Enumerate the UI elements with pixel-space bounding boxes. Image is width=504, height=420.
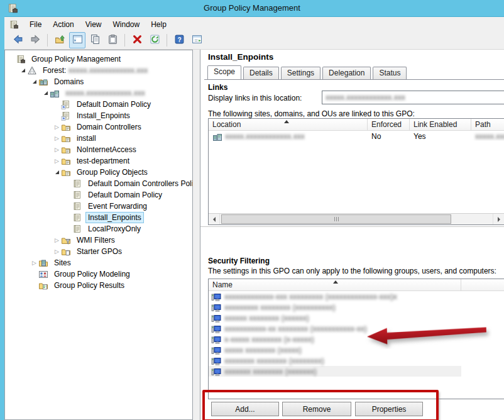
tree-item: Group Policy Objects: [5, 167, 192, 178]
tree-expander-icon[interactable]: ▷: [53, 124, 61, 130]
security-filtering-heading: Security Filtering: [208, 257, 270, 265]
toolbar-back-button[interactable]: [9, 32, 26, 48]
pane-splitter[interactable]: [194, 50, 200, 420]
security-filtering-row[interactable]: xxxxxxxxx xxxxxxxx (xxxxxxxxxx): [209, 302, 504, 312]
tree-expander-icon[interactable]: ▷: [53, 158, 61, 164]
tree-item-label[interactable]: install: [74, 133, 99, 144]
security-principal-name: xxxxxxxxx xxxxxxxx (xxxxxxxxxx): [224, 303, 336, 312]
display-links-value: xxxxx.xxxxxxxxxxxx.xxx: [326, 93, 405, 102]
tree-item-label[interactable]: Default Domain Policy: [85, 189, 165, 201]
scroll-right-button[interactable]: [493, 214, 504, 224]
tree-item-label[interactable]: LocalProxyOnly: [85, 223, 143, 235]
tree-item-label[interactable]: Group Policy Modeling: [52, 268, 133, 280]
tree-item-label[interactable]: Domain Controllers: [74, 121, 144, 133]
computer-icon: [211, 356, 221, 366]
tree-item-label[interactable]: Install_Enpoints: [74, 110, 133, 121]
display-links-combobox[interactable]: xxxxx.xxxxxxxxxxxx.xxx: [322, 91, 504, 104]
tab-scope[interactable]: Scope: [207, 65, 241, 79]
toolbar-show-console-tree-button[interactable]: [69, 32, 85, 48]
tree-item: Install_Enpoints: [5, 212, 192, 223]
remove-button[interactable]: Remove: [282, 402, 351, 416]
menu-help[interactable]: Help: [145, 18, 172, 31]
links-row-location: xxxxx.xxxxxxxxxxxx.xxx: [209, 131, 368, 141]
menu-file[interactable]: File: [24, 18, 47, 31]
security-filtering-row[interactable]: xxxxxxx xxxxxxxx (xxxxxxx): [209, 366, 504, 377]
toolbar-separator: [47, 34, 48, 47]
toolbar-copy-button[interactable]: [87, 32, 103, 48]
tree-expander-icon[interactable]: ▷: [53, 147, 61, 153]
column-header-enforced[interactable]: Enforced: [368, 119, 410, 130]
gpo-icon: [72, 224, 82, 234]
tree-item-label[interactable]: Default Domain Controllers Policy: [85, 178, 193, 189]
tree-item-label[interactable]: xxxxx.xxxxxxxxxxxx.xxx: [63, 87, 148, 99]
tree-item: xxxxx.xxxxxxxxxxxx.xxx: [5, 87, 192, 99]
gpo-title: Install_Enpoints: [208, 52, 273, 62]
tab-details[interactable]: Details: [243, 67, 279, 79]
tab-settings[interactable]: Settings: [281, 67, 320, 79]
scroll-left-button[interactable]: [209, 214, 220, 224]
security-filtering-row[interactable]: xxxxx xxxxxxxx (xxxxx): [209, 345, 504, 355]
toolbar-separator: [167, 34, 167, 47]
column-header-location[interactable]: Location: [209, 119, 368, 130]
tree-expander-icon[interactable]: [30, 80, 38, 84]
thumb-grip: [334, 217, 335, 221]
tab-delegation[interactable]: Delegation: [322, 67, 371, 79]
tree-item-label[interactable]: Sites: [52, 257, 74, 268]
toolbar-help-button[interactable]: ?: [171, 32, 187, 48]
toolbar-refresh-button[interactable]: [146, 32, 163, 48]
menu-view[interactable]: View: [80, 18, 107, 31]
tree-item-label[interactable]: WMI Filters: [74, 235, 118, 246]
toolbar-delete-button[interactable]: [129, 32, 145, 48]
menu-action[interactable]: Action: [47, 18, 79, 31]
security-filtering-row[interactable]: xxxxxxxxxxx-xx xxxxxxxx (xxxxxxxxxxx-xx): [209, 323, 504, 334]
tree-item-label[interactable]: Event Forwarding: [85, 201, 150, 212]
toolbar-forward-button[interactable]: [27, 32, 43, 48]
links-table-row[interactable]: xxxxx.xxxxxxxxxxxx.xxxNoYesxxxxx.xxxx: [209, 131, 504, 142]
scrollbar-thumb[interactable]: [221, 214, 451, 224]
sites-icon: [38, 258, 48, 268]
column-header-path[interactable]: Path: [471, 119, 504, 130]
toolbar-up-one-level-button[interactable]: [52, 32, 68, 48]
domains-icon: [38, 77, 48, 87]
tree-expander-icon[interactable]: ▷: [53, 238, 61, 243]
tree-item-label[interactable]: Group Policy Objects: [74, 167, 150, 178]
computer-icon: [211, 302, 221, 312]
computer-icon: [211, 324, 221, 334]
tree-item-label[interactable]: Forest: xxxxx.xxxxxxxxxxxx.xxx: [40, 65, 150, 76]
toolbar-export-list-button[interactable]: [189, 32, 205, 48]
tree-item-label[interactable]: test-department: [74, 155, 132, 167]
tree-expander-icon[interactable]: [53, 170, 61, 174]
tree-expander-icon[interactable]: [19, 69, 27, 72]
tree-item-label[interactable]: Domains: [52, 76, 86, 87]
security-filtering-row[interactable]: xxxxxxxx xxxxxxxx (xxxxxxxx): [209, 355, 504, 366]
tree-item: ▷Domain Controllers: [5, 121, 192, 133]
tab-status[interactable]: Status: [373, 67, 407, 79]
tree-item-label[interactable]: Starter GPOs: [74, 246, 124, 257]
console-body: Group Policy ManagementForest: xxxxx.xxx…: [4, 50, 504, 420]
tree-item: Forest: xxxxx.xxxxxxxxxxxx.xxx: [5, 65, 192, 76]
column-header-link-enabled[interactable]: Link Enabled: [410, 119, 471, 130]
properties-button[interactable]: Properties: [355, 402, 423, 416]
tree-expander-icon[interactable]: [41, 91, 50, 95]
tree-item-label[interactable]: Group Policy Results: [52, 280, 127, 291]
column-header-name[interactable]: Name: [209, 279, 461, 290]
tree-item-label[interactable]: Install_Enpoints: [85, 212, 144, 223]
titlebar[interactable]: Group Policy Management: [0, 0, 504, 17]
tree-item-label[interactable]: Group Policy Management: [29, 53, 123, 65]
redacted-text: xxxxx.xxxx: [475, 132, 504, 141]
security-filtering-row[interactable]: xxxxxxxxxxxxx-xxx xxxxxxxxx (xxxxxxxxxxx…: [209, 291, 504, 302]
gpo-link-icon: [61, 111, 71, 121]
tab-page-border: [204, 79, 504, 80]
links-intro: The following sites, domains, and OUs ar…: [208, 109, 415, 118]
security-filtering-row[interactable]: xxxxxx xxxxxxxx (xxxxxx): [209, 312, 504, 323]
menu-window[interactable]: Window: [107, 18, 146, 31]
tree-item-label[interactable]: NoInternetAccess: [74, 144, 139, 155]
tree-expander-icon[interactable]: ▷: [30, 260, 38, 266]
tree-expander-icon[interactable]: ▷: [53, 136, 61, 141]
tree-item-label[interactable]: Default Domain Policy: [74, 99, 153, 110]
toolbar-paste-button[interactable]: [104, 32, 121, 48]
add-button[interactable]: Add...: [211, 402, 279, 416]
security-filtering-row[interactable]: x-xxxxx xxxxxxxx (x-xxxxx): [209, 334, 504, 345]
security-principal-name: x-xxxxx xxxxxxxx (x-xxxxx): [224, 335, 314, 344]
tree-expander-icon[interactable]: ▷: [53, 249, 61, 255]
